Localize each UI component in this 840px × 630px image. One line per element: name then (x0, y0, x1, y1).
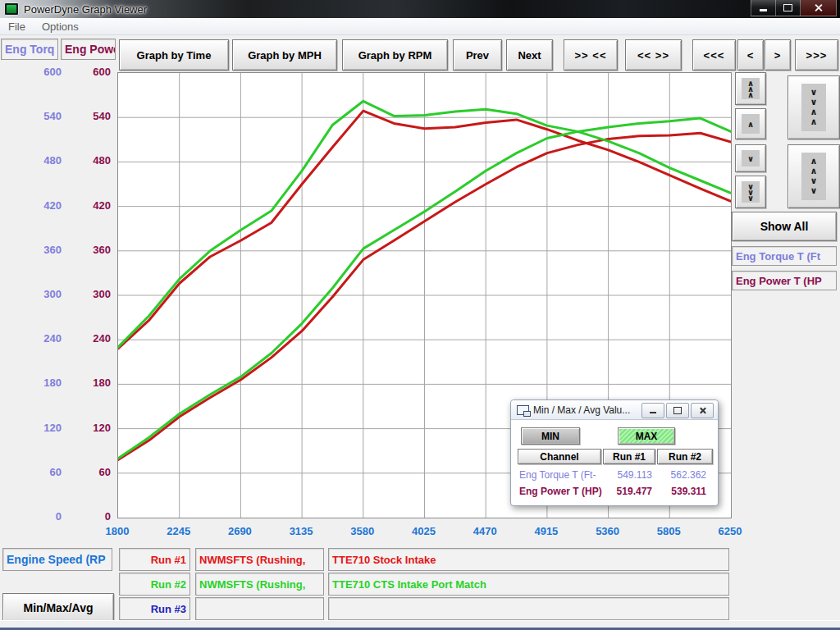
column-header-run-1[interactable]: Run #1 (603, 449, 655, 464)
run-label-2[interactable]: Run #2 (119, 573, 190, 596)
toolbar-button-zoom-in-horizontal[interactable]: >> << (564, 39, 618, 71)
torque-axis-tick-420: 420 (16, 200, 62, 212)
menu-bar: File Options (0, 18, 840, 35)
run-label-1[interactable]: Run #1 (119, 548, 190, 571)
minmax-window[interactable]: Min / Max / Avg Valu... MINMAXChannelRun… (510, 399, 719, 506)
window-title: PowerDyne Graph Viewer (24, 3, 147, 16)
close-icon (814, 3, 823, 12)
rpm-axis-tick-4470: 4470 (456, 525, 514, 538)
minimize-button[interactable] (751, 0, 776, 16)
minmax-row-run2-value: 562.362 (657, 469, 706, 482)
run-3-description-box[interactable] (328, 597, 729, 620)
toolbar-button-pan-right[interactable]: > (765, 39, 791, 71)
torque-axis-tick-120: 120 (16, 422, 62, 434)
eng-torque-axis-toggle[interactable]: Eng Torq (1, 39, 58, 60)
power-axis-tick-480: 480 (74, 155, 111, 167)
minmax-minimize-button[interactable] (641, 403, 664, 418)
power-axis-tick-420: 420 (74, 200, 111, 212)
expand-vertical-button[interactable]: ∧∧∨∨ (788, 144, 840, 208)
torque-axis-tick-60: 60 (16, 467, 62, 478)
power-axis-tick-360: 360 (74, 244, 111, 256)
scroll-top-button[interactable]: ∧∧∧ (735, 72, 766, 105)
minmax-row-run2-value: 539.311 (657, 486, 706, 498)
menu-options[interactable]: Options (34, 21, 87, 33)
power-axis-tick-120: 120 (74, 422, 111, 434)
power-axis-tick-540: 540 (74, 111, 111, 122)
toolbar-button-next[interactable]: Next (506, 39, 553, 71)
chevron-triple-up: ∧∧∧ (742, 78, 760, 99)
torque-axis-tick-600: 600 (16, 66, 62, 78)
run-label-3[interactable]: Run #3 (119, 597, 190, 620)
torque-axis-tick-360: 360 (16, 244, 62, 256)
run-3-file-box[interactable] (195, 597, 324, 620)
power-axis-tick-600: 600 (74, 66, 111, 78)
minimize-icon (650, 412, 656, 413)
torque-axis-tick-480: 480 (16, 155, 62, 167)
run-1-file-box[interactable]: NWMSFTS (Rushing, (195, 548, 324, 571)
chevron-down: ∨ (742, 150, 760, 167)
scroll-up-button[interactable]: ∧ (735, 108, 766, 139)
minmax-window-title: Min / Max / Avg Valu... (533, 404, 630, 416)
x-axis-channel-label[interactable]: Engine Speed (RP (2, 548, 112, 571)
run-2-description-box[interactable]: TTE710 CTS Intake Port Match (328, 573, 729, 596)
run-1-description-box[interactable]: TTE710 Stock Intake (328, 548, 729, 571)
app-icon (4, 2, 19, 16)
min-button[interactable]: MIN (521, 427, 580, 445)
rpm-axis-tick-3135: 3135 (272, 525, 330, 538)
window-bottom-border (0, 620, 840, 630)
power-axis-tick-0: 0 (74, 511, 111, 523)
run-2-file-box[interactable]: NWMSFTS (Rushing, (195, 573, 324, 596)
chevron-up: ∧ (742, 114, 760, 134)
torque-axis-tick-240: 240 (16, 333, 62, 345)
torque-axis-tick-0: 0 (16, 511, 62, 523)
minmax-row-channel: Eng Power T (HP) (519, 486, 608, 498)
channel-label-torque[interactable]: Eng Torque T (Ft (732, 246, 837, 266)
rpm-axis-tick-2245: 2245 (150, 525, 208, 538)
powerdyne-window: PowerDyne Graph Viewer File Options Eng … (0, 0, 840, 630)
column-header-run-2[interactable]: Run #2 (657, 449, 713, 464)
show-all-button[interactable]: Show All (732, 212, 837, 241)
channel-label-power[interactable]: Eng Power T (HP (732, 271, 837, 290)
minmax-close-button[interactable] (691, 403, 714, 418)
collapse-vertical-button[interactable]: ∨∨∧∧ (788, 75, 840, 139)
rpm-axis-tick-6250: 6250 (701, 525, 759, 538)
toolbar-button-prev[interactable]: Prev (453, 39, 502, 71)
power-axis-tick-180: 180 (74, 377, 111, 389)
max-button[interactable]: MAX (618, 427, 675, 445)
menu-file[interactable]: File (0, 21, 34, 33)
chevron-expand-vertical: ∧∧∨∨ (801, 153, 826, 200)
rpm-axis-tick-4025: 4025 (395, 525, 453, 538)
title-bar[interactable]: PowerDyne Graph Viewer (0, 0, 840, 18)
chevron-collapse-vertical: ∨∨∧∧ (801, 84, 826, 131)
column-header-channel[interactable]: Channel (518, 449, 601, 464)
minmax-restore-button[interactable] (666, 403, 689, 418)
minmax-row-channel: Eng Torque T (Ft- (519, 469, 608, 482)
toolbar-button-pan-far-left[interactable]: <<< (692, 39, 736, 71)
torque-axis-tick-540: 540 (16, 111, 62, 122)
toolbar-button-graph-by-mph[interactable]: Graph by MPH (232, 39, 337, 71)
minmax-window-titlebar[interactable]: Min / Max / Avg Valu... (511, 400, 718, 420)
close-button[interactable] (801, 0, 837, 16)
minmax-row-run1-value: 519.477 (603, 486, 652, 498)
minmax-window-icon (517, 405, 529, 415)
torque-axis-tick-300: 300 (16, 289, 62, 300)
toolbar-button-pan-left[interactable]: < (737, 39, 764, 71)
toolbar-button-zoom-out-horizontal[interactable]: << >> (625, 39, 682, 71)
maximize-button[interactable] (776, 0, 801, 16)
scroll-down-button[interactable]: ∨ (735, 144, 766, 172)
rpm-axis-tick-2690: 2690 (211, 525, 268, 538)
minmax-row-run1-value: 549.113 (603, 469, 652, 482)
rpm-axis-tick-1800: 1800 (89, 525, 146, 538)
power-axis-tick-240: 240 (74, 333, 111, 345)
rpm-axis-tick-5360: 5360 (579, 525, 637, 538)
toolbar-button-graph-by-time[interactable]: Graph by Time (119, 39, 229, 71)
toolbar-button-pan-far-right[interactable]: >>> (795, 39, 838, 71)
eng-power-axis-toggle[interactable]: Eng Powe (61, 39, 116, 60)
toolbar-button-graph-by-rpm[interactable]: Graph by RPM (342, 39, 448, 71)
restore-icon (673, 407, 682, 414)
rpm-axis-tick-3580: 3580 (334, 525, 391, 538)
maximize-icon (783, 4, 792, 11)
rpm-axis-tick-5805: 5805 (640, 525, 697, 538)
scroll-bottom-button[interactable]: ∨∨∨ (735, 176, 766, 208)
minmax-avg-button[interactable]: Min/Max/Avg (2, 593, 114, 623)
